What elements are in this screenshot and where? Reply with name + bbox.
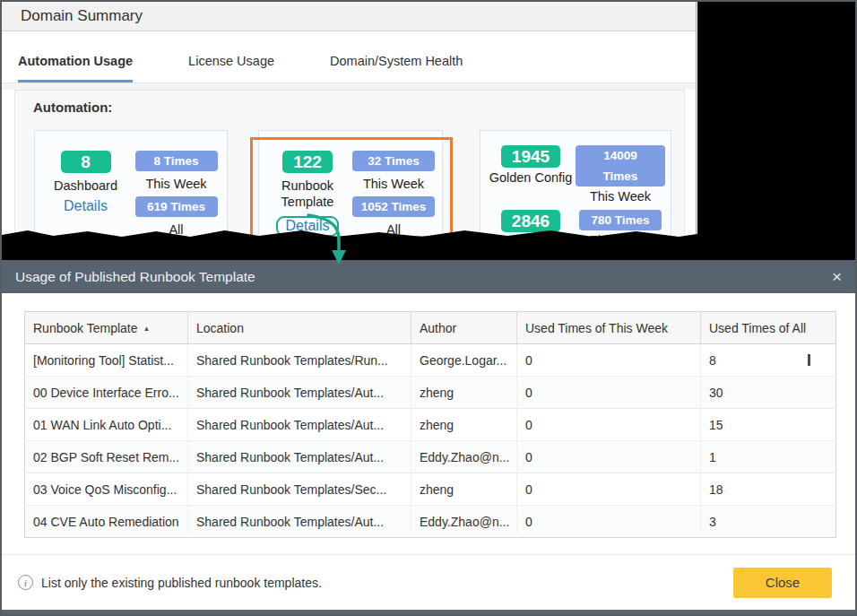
window-titlebar: Domain Summary — [2, 2, 696, 31]
table-row[interactable]: [Monitoring Tool] Statist... Shared Runb… — [25, 344, 836, 377]
tab-label: Domain/System Health — [330, 54, 463, 68]
table-row[interactable]: 02 BGP Soft Reset Rem... Shared Runbook … — [25, 441, 836, 473]
tab-automation-usage[interactable]: Automation Usage — [18, 54, 133, 82]
cell-used-all: 3 — [701, 506, 836, 538]
column-label: Author — [420, 321, 456, 335]
cell-runbook-template: 00 Device Interface Erro... — [25, 377, 188, 409]
cell-used-week: 0 — [517, 377, 701, 409]
cell-location: Shared Runbook Templates/Aut... — [188, 506, 411, 538]
column-label: Location — [196, 321, 244, 335]
modal-title: Usage of Published Runbook Template — [15, 269, 255, 285]
cell-location: Shared Runbook Templates/Aut... — [188, 377, 411, 409]
runbook-all-badge: 1052 Times — [352, 196, 436, 217]
cell-used-week: 0 — [517, 409, 701, 441]
table-row[interactable]: 01 WAN Link Auto Opti... Shared Runbook … — [25, 409, 836, 441]
page-title: Domain Summary — [21, 7, 143, 25]
cell-used-all: 18 — [701, 473, 836, 506]
table-row[interactable]: 04 CVE Auto Remediation Shared Runbook T… — [25, 506, 836, 538]
column-header-used-times-all[interactable]: Used Times of All — [701, 312, 836, 344]
close-button[interactable]: Close — [733, 568, 832, 598]
automation-section-label: Automation: — [33, 100, 684, 115]
cell-location: Shared Runbook Templates/Aut... — [188, 409, 411, 441]
cell-location: Shared Runbook Templates/Sec... — [188, 473, 411, 506]
info-icon: i — [18, 575, 33, 590]
redacted-region-top-right — [697, 2, 855, 260]
runbook-week-label: This Week — [363, 176, 424, 192]
dashboard-label: Dashboard — [54, 178, 117, 194]
cell-runbook-template: 03 Voice QoS Misconfig... — [25, 473, 188, 506]
tab-label: License Usage — [188, 54, 274, 68]
cell-runbook-template: 04 CVE Auto Remediation — [25, 506, 188, 538]
golden-intent-count-badge: 2846 — [501, 210, 560, 232]
cell-used-week: 0 — [517, 441, 701, 473]
tab-strip-divider — [2, 82, 696, 90]
cell-used-week: 0 — [517, 344, 701, 377]
cell-used-all: 1 — [701, 441, 836, 473]
cell-runbook-template: 02 BGP Soft Reset Rem... — [25, 441, 188, 473]
modal-body: Runbook Template▲ Location Author Used T… — [2, 293, 855, 554]
cell-runbook-template: 01 WAN Link Auto Opti... — [25, 409, 188, 441]
tab-label: Automation Usage — [18, 54, 133, 68]
cell-author: zheng — [411, 377, 517, 409]
golden-config-week-label: This Week — [590, 188, 651, 204]
dashboard-count-badge: 8 — [61, 151, 111, 173]
modal-footer: i List only the existing published runbo… — [2, 554, 855, 610]
golden-config-count-badge: 1945 — [501, 145, 560, 168]
dashboard-all-badge: 619 Times — [135, 196, 218, 217]
cell-used-week: 0 — [517, 506, 701, 538]
modal-titlebar: Usage of Published Runbook Template × — [2, 260, 855, 293]
runbook-count-badge: 122 — [282, 151, 333, 173]
close-icon[interactable]: × — [832, 268, 842, 285]
cell-author: George.Logar... — [411, 344, 517, 377]
dashboard-week-label: This Week — [145, 176, 206, 192]
cell-author: zheng — [411, 409, 517, 441]
screenshot-root: Domain Summary Automation Usage License … — [0, 0, 857, 616]
runbook-label: Runbook Template — [275, 178, 340, 210]
table-row[interactable]: 00 Device Interface Erro... Shared Runbo… — [25, 377, 836, 409]
footer-note: List only the existing published runbook… — [41, 576, 322, 590]
golden-config-label: Golden Config — [489, 169, 573, 186]
column-header-runbook-template[interactable]: Runbook Template▲ — [25, 312, 188, 344]
annotation-arrow-icon — [298, 210, 360, 269]
column-label: Used Times of All — [709, 321, 806, 335]
cell-runbook-template: [Monitoring Tool] Statist... — [25, 344, 188, 377]
tab-domain-system-health[interactable]: Domain/System Health — [330, 54, 463, 82]
table-row[interactable]: 03 Voice QoS Misconfig... Shared Runbook… — [25, 473, 836, 506]
cell-used-all: 8 — [701, 344, 836, 377]
dashboard-week-badge: 8 Times — [135, 151, 218, 171]
runbook-week-badge: 32 Times — [352, 151, 435, 171]
golden-config-week-badge: 14009 Times — [576, 145, 665, 187]
window-bottom-border — [2, 610, 855, 614]
cell-author: zheng — [411, 473, 517, 506]
cell-used-week: 0 — [517, 473, 701, 506]
table-header-row: Runbook Template▲ Location Author Used T… — [25, 312, 836, 344]
cell-used-all: 30 — [701, 377, 836, 409]
column-label: Runbook Template — [33, 321, 137, 335]
column-header-used-times-week[interactable]: Used Times of This Week — [517, 312, 701, 344]
sort-asc-icon[interactable]: ▲ — [143, 325, 150, 333]
runbook-usage-table: Runbook Template▲ Location Author Used T… — [24, 311, 836, 538]
tab-license-usage[interactable]: License Usage — [188, 54, 274, 82]
cell-used-all: 15 — [701, 409, 836, 441]
cell-location: Shared Runbook Templates/Run... — [188, 344, 411, 377]
column-label: Used Times of This Week — [525, 321, 668, 335]
cell-location: Shared Runbook Templates/Aut... — [188, 441, 411, 473]
column-header-author[interactable]: Author — [411, 312, 517, 344]
scrollbar-thumb[interactable] — [808, 354, 810, 366]
dashboard-details-link[interactable]: Details — [64, 198, 108, 214]
tab-bar: Automation Usage License Usage Domain/Sy… — [2, 31, 696, 82]
cell-author: Eddy.Zhao@n... — [411, 506, 517, 538]
column-header-location[interactable]: Location — [188, 312, 411, 344]
golden-intent-week-badge: 780 Times — [579, 210, 662, 230]
cell-author: Eddy.Zhao@n... — [411, 441, 517, 473]
